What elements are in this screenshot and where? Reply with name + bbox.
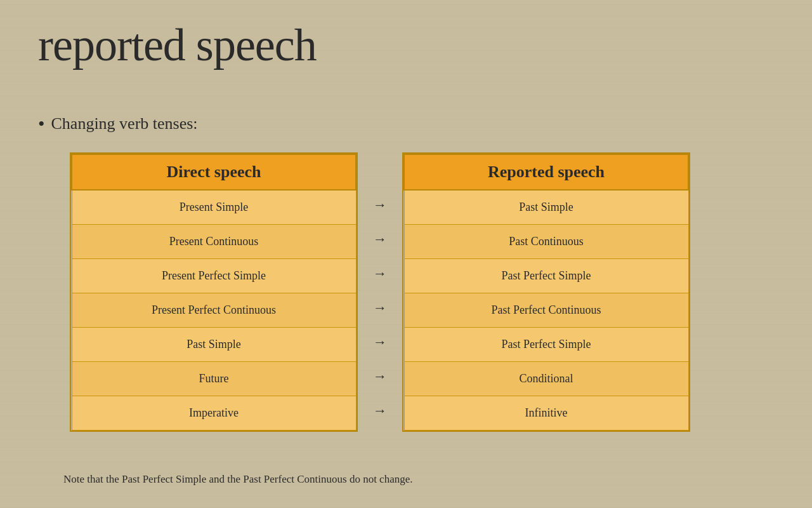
- direct-speech-cell: Future: [72, 361, 356, 396]
- reported-speech-cell: Infinitive: [404, 396, 688, 430]
- arrow-icon: →: [373, 257, 387, 291]
- reported-speech-cell: Conditional: [404, 361, 688, 396]
- reported-speech-cell: Past Perfect Continuous: [404, 293, 688, 327]
- reported-speech-cell: Past Continuous: [404, 224, 688, 258]
- arrow-icon: →: [373, 359, 387, 394]
- page-title: reported speech: [38, 19, 317, 72]
- bullet-point: •: [38, 114, 45, 133]
- arrow-icon: →: [373, 188, 387, 222]
- footer-note: Note that the Past Perfect Simple and th…: [63, 473, 413, 486]
- direct-speech-cell: Present Perfect Simple: [72, 258, 356, 293]
- reported-speech-cell: Past Simple: [404, 190, 688, 224]
- arrow-icon: →: [373, 394, 387, 428]
- reported-speech-cell: Past Perfect Simple: [404, 258, 688, 293]
- arrow-icon: →: [373, 222, 387, 257]
- subtitle: • Changing verb tenses:: [38, 114, 198, 133]
- tables-container: Direct speech Present SimplePresent Cont…: [70, 152, 690, 432]
- arrow-column: →→→→→→→: [358, 152, 402, 428]
- arrow-icon: →: [373, 325, 387, 359]
- reported-speech-table: Reported speech Past SimplePast Continuo…: [402, 152, 690, 432]
- direct-speech-cell: Present Continuous: [72, 224, 356, 258]
- direct-speech-cell: Present Perfect Continuous: [72, 293, 356, 327]
- reported-speech-cell: Past Perfect Simple: [404, 327, 688, 361]
- arrow-icon: →: [373, 291, 387, 325]
- direct-speech-header: Direct speech: [72, 154, 356, 190]
- subtitle-text: Changing verb tenses:: [51, 114, 198, 133]
- direct-speech-cell: Present Simple: [72, 190, 356, 224]
- direct-speech-table: Direct speech Present SimplePresent Cont…: [70, 152, 358, 432]
- direct-speech-cell: Past Simple: [72, 327, 356, 361]
- reported-speech-header: Reported speech: [404, 154, 688, 190]
- direct-speech-cell: Imperative: [72, 396, 356, 430]
